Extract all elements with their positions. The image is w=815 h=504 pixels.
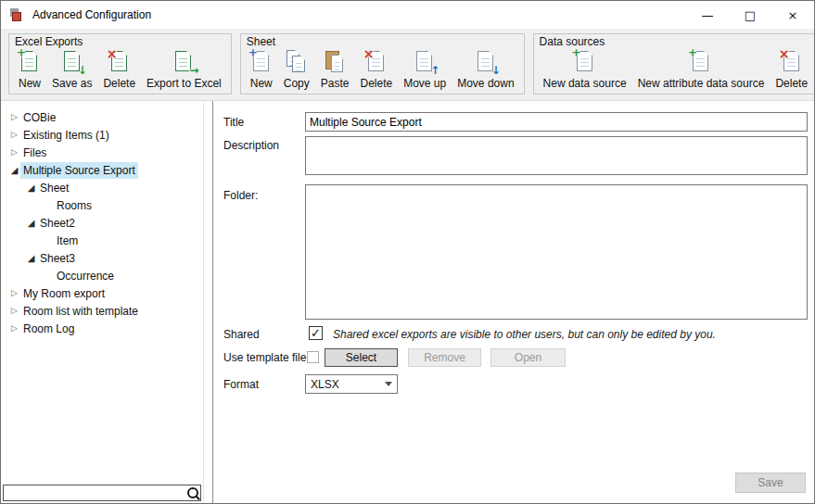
- expander-collapsed-icon[interactable]: ▷: [8, 148, 20, 157]
- tree-item-room-log[interactable]: ▷ Room Log: [1, 320, 212, 337]
- format-dropdown[interactable]: XLSX: [305, 374, 398, 394]
- toolbar-group-excel-exports: Excel Exports + New ↓ Save as × Delete →…: [8, 33, 232, 94]
- tree-item-label: Sheet2: [37, 215, 78, 232]
- toolbar-group-data-sources: Data sources + New data source + New att…: [533, 33, 815, 94]
- export-to-excel-icon: →: [173, 50, 194, 74]
- excel-new-icon: +: [19, 50, 40, 74]
- tree-search-box: [3, 485, 201, 501]
- paste-icon: [325, 50, 345, 74]
- chevron-down-icon: [385, 382, 392, 386]
- expander-collapsed-icon[interactable]: ▷: [8, 307, 20, 315]
- tree-item-label: Item: [54, 233, 81, 249]
- toolbar-group-sheet: Sheet + New Copy Paste × Delete ↑ Move u…: [240, 33, 525, 94]
- delete-data-source-icon: ×: [782, 50, 802, 74]
- export-tree-panel: ▷ COBie ▷ Existing Items (1) ▷ Files ◢ M…: [1, 101, 213, 503]
- tree-item-label: COBie: [20, 109, 58, 126]
- toolbar: Excel Exports + New ↓ Save as × Delete →…: [1, 29, 814, 101]
- sheet-paste-button[interactable]: Paste: [315, 48, 355, 93]
- new-attribute-data-source-icon: +: [691, 50, 711, 74]
- new-attribute-data-source-button[interactable]: + New attribute data source: [632, 48, 770, 93]
- tree-panel-divider: [203, 101, 204, 503]
- new-data-source-button[interactable]: + New data source: [538, 48, 632, 93]
- tree-item-label: Room Log: [20, 321, 77, 337]
- title-label: Title: [223, 116, 244, 129]
- tree-item-sheet3[interactable]: ◢ Sheet3: [1, 249, 212, 267]
- expander-collapsed-icon[interactable]: ▷: [8, 324, 20, 333]
- tree-item-label: Rooms: [54, 197, 95, 214]
- maximize-button[interactable]: □: [729, 1, 771, 29]
- sheet-new-button[interactable]: + New: [245, 48, 278, 93]
- sheet-delete-button[interactable]: × Delete: [354, 48, 398, 93]
- select-template-button[interactable]: Select: [325, 348, 398, 367]
- tree-item-multiple-source-export[interactable]: ◢ Multiple Source Export: [1, 161, 212, 179]
- main-area: ▷ COBie ▷ Existing Items (1) ▷ Files ◢ M…: [1, 101, 814, 503]
- tree-item-occurrence[interactable]: Occurrence: [1, 267, 212, 284]
- expander-expanded-icon[interactable]: ◢: [8, 166, 20, 175]
- description-label: Description: [223, 139, 279, 152]
- sheet-move-down-button[interactable]: ↓ Move down: [452, 48, 519, 93]
- sheet-copy-button[interactable]: Copy: [278, 48, 315, 93]
- use-template-file-label: Use template file: [223, 351, 306, 364]
- tree-item-sheet2[interactable]: ◢ Sheet2: [1, 214, 212, 232]
- save-button[interactable]: Save: [735, 472, 806, 493]
- folder-textarea[interactable]: [305, 184, 808, 320]
- expander-expanded-icon[interactable]: ◢: [25, 254, 37, 263]
- data-source-delete-button[interactable]: × Delete: [770, 48, 813, 93]
- close-button[interactable]: ×: [771, 1, 814, 29]
- remove-template-button[interactable]: Remove: [408, 348, 481, 367]
- tree-item-label: Multiple Source Export: [20, 162, 138, 179]
- tree-item-my-room-export[interactable]: ▷ My Room export: [1, 284, 212, 302]
- tree-item-cobie[interactable]: ▷ COBie: [1, 108, 212, 126]
- tree-item-room-list-with-template[interactable]: ▷ Room list with template: [1, 302, 212, 320]
- export-details-form: Title Description Folder: Shared ✓ Share…: [213, 101, 814, 503]
- tree-item-files[interactable]: ▷ Files: [1, 144, 212, 161]
- save-as-icon: ↓: [62, 50, 83, 74]
- tree-item-item[interactable]: Item: [1, 232, 212, 249]
- window-controls: — □ ×: [686, 1, 814, 29]
- move-down-icon: ↓: [476, 50, 496, 74]
- delete-excel-icon: ×: [109, 50, 130, 74]
- tree-item-label: Room list with template: [20, 303, 141, 320]
- description-textarea[interactable]: [305, 136, 808, 175]
- tree-item-rooms[interactable]: Rooms: [1, 196, 212, 214]
- copy-icon: [287, 50, 307, 74]
- tree-item-label: Files: [20, 145, 49, 161]
- expander-collapsed-icon[interactable]: ▷: [8, 289, 20, 297]
- folder-label: Folder:: [223, 189, 258, 202]
- app-icon: [9, 7, 24, 22]
- tree-item-label: My Room export: [20, 285, 108, 302]
- expander-expanded-icon[interactable]: ◢: [25, 219, 37, 228]
- tree-item-label: Occurrence: [54, 268, 117, 284]
- checkmark-icon: ✓: [311, 327, 321, 339]
- search-input[interactable]: [4, 485, 185, 500]
- tree-item-label: Sheet3: [37, 250, 78, 267]
- expander-expanded-icon[interactable]: ◢: [25, 183, 37, 193]
- shared-note: Shared excel exports are visible to othe…: [333, 328, 716, 341]
- search-icon[interactable]: [185, 485, 200, 500]
- export-to-excel-button[interactable]: → Export to Excel: [141, 48, 227, 93]
- open-template-button[interactable]: Open: [490, 348, 566, 367]
- format-label: Format: [223, 378, 259, 391]
- tree-item-label: Sheet: [37, 180, 71, 196]
- delete-sheet-icon: ×: [366, 50, 387, 74]
- expander-collapsed-icon[interactable]: ▷: [8, 131, 20, 139]
- title-input[interactable]: [305, 112, 808, 132]
- new-data-source-icon: +: [575, 50, 595, 74]
- excel-save-as-button[interactable]: ↓ Save as: [46, 48, 97, 93]
- new-sheet-icon: +: [251, 50, 272, 74]
- tree-item-label: Existing Items (1): [20, 127, 112, 144]
- minimize-button[interactable]: —: [686, 1, 729, 29]
- excel-delete-button[interactable]: × Delete: [97, 48, 141, 93]
- sheet-move-up-button[interactable]: ↑ Move up: [398, 48, 452, 93]
- window-title: Advanced Configuration: [32, 8, 151, 21]
- shared-label: Shared: [223, 328, 260, 341]
- tree-item-sheet[interactable]: ◢ Sheet: [1, 179, 212, 196]
- format-value: XLSX: [311, 378, 339, 391]
- advanced-configuration-window: Advanced Configuration — □ × Excel Expor…: [0, 0, 815, 504]
- excel-new-button[interactable]: + New: [13, 48, 46, 93]
- use-template-file-checkbox[interactable]: [307, 351, 319, 363]
- tree-item-existing-items[interactable]: ▷ Existing Items (1): [1, 126, 212, 144]
- titlebar: Advanced Configuration — □ ×: [1, 1, 814, 29]
- shared-checkbox[interactable]: ✓: [309, 326, 323, 340]
- expander-collapsed-icon[interactable]: ▷: [8, 113, 20, 121]
